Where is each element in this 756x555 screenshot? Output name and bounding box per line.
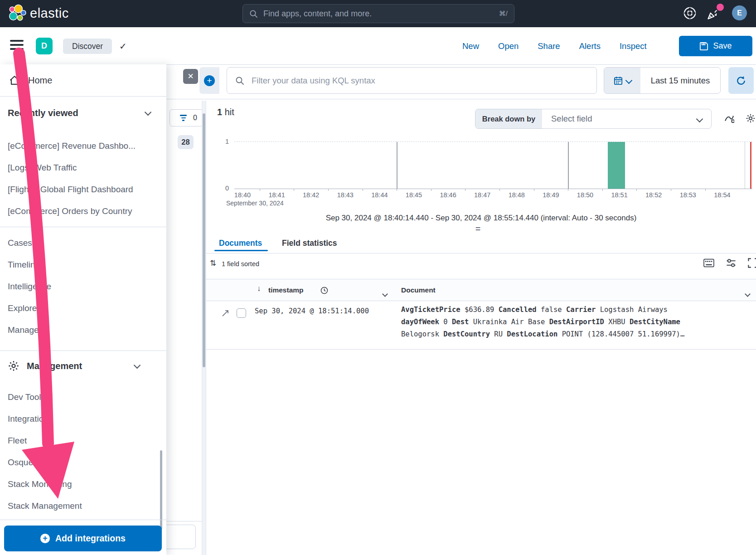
divider: [166, 521, 202, 521]
toolbar-action-share[interactable]: Share: [538, 41, 560, 51]
sidebar-item-timelines[interactable]: Timelines: [0, 254, 166, 276]
recent-item-ecommerce-orders-by-country[interactable]: [eCommerce] Orders by Country: [0, 200, 166, 222]
sort-descending-icon[interactable]: ↓: [257, 284, 261, 293]
doc-field-name: DestLocation: [507, 330, 557, 338]
histogram-bar[interactable]: [608, 142, 625, 189]
timestamp-cell: Sep 30, 2024 @ 18:51:14.000: [255, 307, 369, 315]
doc-field-name: AvgTicketPrice: [401, 306, 460, 314]
toolbar-action-alerts[interactable]: Alerts: [579, 41, 601, 51]
tick-mark: [363, 189, 363, 191]
toolbar-action-inspect[interactable]: Inspect: [620, 41, 647, 51]
resize-handle-icon[interactable]: =: [475, 224, 480, 234]
close-flyout-button[interactable]: ✕: [183, 69, 198, 84]
sidebar-item-explore[interactable]: Explore: [0, 297, 166, 319]
field-type-filter-count: 0: [193, 114, 197, 122]
available-fields-count-badge: 28: [178, 135, 194, 149]
sidebar-item-integrations[interactable]: Integrations: [0, 408, 166, 430]
avatar[interactable]: E: [732, 5, 747, 20]
help-icon[interactable]: [683, 6, 697, 20]
five-minute-gridline: [397, 142, 397, 189]
recent-item-logs-web-traffic[interactable]: [Logs] Web Traffic: [0, 157, 166, 179]
sidebar-item-stack-management[interactable]: Stack Management: [0, 495, 166, 517]
column-menu-document[interactable]: [746, 290, 750, 298]
keyboard-icon[interactable]: [703, 258, 714, 268]
chart-options-gear-icon[interactable]: [746, 113, 756, 123]
sorted-fields-button[interactable]: 1 field sorted: [222, 260, 259, 268]
x-axis-tick: 18:45: [406, 191, 422, 199]
refresh-button[interactable]: [728, 67, 754, 94]
hits-label: hit: [225, 107, 234, 117]
histogram-plot[interactable]: 18:4018:4118:4218:4318:4418:4518:4618:47…: [234, 141, 752, 189]
x-axis-tick: 18:44: [371, 191, 388, 199]
breakdown-select[interactable]: Select field: [542, 109, 711, 128]
doc-field-name: DestCityName: [630, 318, 680, 326]
grid-toolbar-icons: [703, 258, 756, 268]
toolbar-action-open[interactable]: Open: [498, 41, 519, 51]
tick-mark: [294, 189, 294, 191]
field-type-filter[interactable]: 0: [170, 109, 203, 127]
column-header-timestamp[interactable]: timestamp: [268, 286, 304, 294]
hits-count: 1 hit: [217, 107, 234, 117]
sidebar-item-fleet[interactable]: Fleet: [0, 430, 166, 452]
global-search-bar[interactable]: ⌘/: [242, 4, 514, 23]
breakdown-label: Break down by: [475, 109, 542, 128]
doc-field-name: Cancelled: [499, 306, 537, 314]
global-search-input[interactable]: [262, 9, 499, 19]
sidebar-item-cases[interactable]: Cases: [0, 232, 166, 254]
add-filter-button[interactable]: +: [204, 75, 215, 86]
sidebar-item-manage[interactable]: Manage: [0, 319, 166, 341]
recent-item-ecommerce-revenue-dashbo[interactable]: [eCommerce] Revenue Dashbo...: [0, 135, 166, 157]
tab-field-statistics[interactable]: Field statistics: [282, 239, 337, 248]
sidebar-item-osquery[interactable]: Osquery: [0, 452, 166, 473]
x-axis-date-label: September 30, 2024: [226, 200, 284, 207]
tick-mark: [534, 189, 534, 191]
menu-icon[interactable]: [10, 40, 24, 52]
doc-field-name: Carrier: [566, 306, 596, 314]
sidebar-scrollbar[interactable]: [160, 450, 162, 529]
sidebar-item-intelligence[interactable]: Intelligence: [0, 276, 166, 297]
sidebar-item-home[interactable]: Home: [0, 68, 166, 92]
edit-visualization-icon[interactable]: [724, 113, 734, 123]
x-axis-tick: 18:41: [268, 191, 285, 199]
kql-input[interactable]: [251, 75, 588, 86]
five-minute-gridline: [568, 142, 569, 189]
fields-panel-scrollbar[interactable]: [203, 113, 205, 367]
calendar-icon: [614, 76, 623, 85]
management-heading[interactable]: Management: [8, 360, 159, 372]
add-filter-segment: +: [199, 67, 219, 94]
y-axis-tick-min: 0: [206, 185, 229, 192]
time-range-button[interactable]: Last 15 minutes: [640, 68, 720, 93]
toolbar-actions: NewOpenShareAlertsInspect: [462, 37, 647, 55]
add-integrations-button[interactable]: + Add integrations: [4, 526, 162, 551]
x-axis-tick: 18:43: [337, 191, 354, 199]
tab-documents[interactable]: Documents: [219, 239, 262, 248]
sidebar-item-stack-monitoring[interactable]: Stack Monitoring: [0, 473, 166, 495]
toolbar-action-new[interactable]: New: [462, 41, 479, 51]
display-options-icon[interactable]: [726, 258, 736, 268]
kql-query-bar[interactable]: [227, 67, 597, 94]
tick-mark: [568, 189, 568, 191]
x-axis-tick: 18:42: [303, 191, 319, 199]
divider: [166, 99, 756, 99]
column-menu-timestamp[interactable]: [383, 290, 387, 298]
x-axis-tick: 18:53: [680, 191, 696, 199]
date-picker: Last 15 minutes: [604, 67, 721, 94]
divider: [0, 520, 166, 520]
expand-row-icon[interactable]: [222, 310, 229, 317]
search-icon: [249, 10, 258, 18]
save-icon: [699, 42, 708, 51]
tick-mark: [602, 189, 603, 191]
fullscreen-icon[interactable]: [748, 258, 756, 268]
save-button[interactable]: Save: [679, 36, 752, 56]
sidebar-item-dev-tools[interactable]: Dev Tools: [0, 386, 166, 408]
tick-mark: [431, 189, 431, 191]
row-checkbox[interactable]: [237, 308, 246, 318]
breadcrumb[interactable]: Discover: [63, 39, 112, 54]
recently-viewed-heading[interactable]: Recently viewed: [8, 108, 159, 118]
date-quick-select-button[interactable]: [604, 68, 640, 93]
recent-item-flights-global-flight-dashboard[interactable]: [Flights] Global Flight Dashboard: [0, 179, 166, 200]
column-header-document[interactable]: Document: [401, 286, 436, 294]
x-axis-tick: 18:52: [645, 191, 662, 199]
space-badge[interactable]: D: [36, 38, 53, 54]
chevron-down-icon: [134, 361, 141, 369]
